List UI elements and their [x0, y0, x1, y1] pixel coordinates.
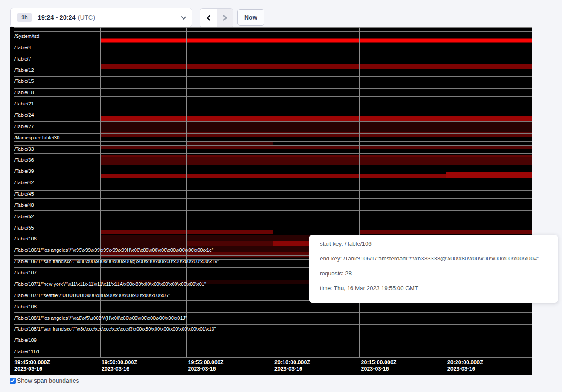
row-label: /Table/106: [14, 236, 37, 241]
row-label: /Table/4: [14, 45, 31, 50]
row-label: /Table/12: [14, 68, 34, 73]
row-label: /Table/42: [14, 180, 34, 185]
time-nav-group: [200, 8, 233, 27]
row-label: /Table/109: [14, 338, 37, 343]
heat-band: [100, 157, 532, 165]
heat-band: [100, 121, 532, 132]
key-visualizer-canvas[interactable]: /System/tsd/Table/4/Table/7/Table/12/Tab…: [10, 27, 532, 375]
row-label: /Table/52: [14, 214, 34, 219]
axis-tick: 19:50:00.000Z2023-03-16: [102, 359, 137, 372]
row-label: /Table/108/1/"los angeles"/"\xa8\xf5\u00…: [14, 315, 187, 321]
prev-range-button[interactable]: [200, 9, 217, 27]
row-label: /Table/27: [14, 124, 34, 129]
axis-tick: 19:45:00.000Z2023-03-16: [14, 359, 50, 372]
heat-band: [186, 141, 273, 145]
tooltip-end-key: end key: /Table/106/1/"amsterdam"/"\xb33…: [320, 251, 558, 266]
tooltip-requests: requests: 28: [320, 266, 558, 281]
row-label: /Table/36: [14, 157, 34, 162]
time-gridline: [359, 27, 360, 357]
axis-tick: 19:55:00.000Z2023-03-16: [188, 359, 224, 372]
chevron-left-icon: [206, 15, 212, 21]
chevron-right-icon: [221, 15, 227, 21]
toolbar: 1h 19:24 - 20:24(UTC) Now: [0, 0, 562, 27]
range-times: 19:24 - 20:24: [38, 14, 76, 21]
row-label: /Table/107: [14, 270, 37, 275]
tooltip-start-key: start key: /Table/106: [320, 237, 558, 251]
axis-tick: 20:10:00.000Z2023-03-16: [274, 359, 310, 372]
next-range-button[interactable]: [217, 9, 233, 27]
span-boundaries-checkbox[interactable]: [10, 378, 16, 384]
row-label: /Table/107/1/"seattle"/"UUUUUUD\x00\x80\…: [14, 293, 170, 298]
time-gridline: [186, 27, 187, 357]
row-label: /Table/15: [14, 78, 34, 84]
row-label: /Table/108: [14, 304, 37, 309]
axis-tick: 20:15:00.000Z2023-03-16: [361, 359, 397, 372]
row-label: /Table/107/1/"new york"/"\x11\x11\x11\x1…: [14, 281, 206, 287]
time-gridline: [273, 27, 273, 357]
row-label: /Table/33: [14, 146, 34, 152]
chevron-down-icon: [181, 14, 186, 20]
span-boundaries-label: Show span boundaries: [17, 377, 79, 384]
row-label: /Table/106/1/"los angeles"/"\x99\x99\x99…: [14, 247, 213, 253]
row-label: /Table/108/1/"san francisco"/"\x8c\xcc\x…: [14, 326, 216, 331]
row-label: /Table/55: [14, 225, 34, 230]
time-gridline: [100, 27, 101, 357]
axis-tick: 20:20:00.000Z2023-03-16: [447, 359, 483, 372]
row-label: /Table/48: [14, 203, 34, 208]
row-label: /Table/39: [14, 169, 34, 174]
heat-band: [100, 116, 532, 121]
key-visualizer-page: { "toolbar": { "range_chip": "1h", "rang…: [0, 0, 562, 392]
range-duration-chip: 1h: [17, 13, 32, 22]
time-gridline: [14, 27, 14, 357]
range-utc: (UTC): [78, 14, 95, 21]
row-label: /Table/111/1: [14, 349, 40, 354]
tooltip-time: time: Thu, 16 Mar 2023 19:55:00 GMT: [320, 281, 558, 296]
now-button[interactable]: Now: [237, 9, 264, 26]
row-label: /System/tsd: [14, 34, 39, 39]
row-label: /Table/106/1/"san francisco"/"\x80\x00\x…: [14, 259, 219, 264]
row-label: /Table/45: [14, 191, 34, 196]
time-range-dropdown[interactable]: 1h 19:24 - 20:24(UTC): [10, 8, 192, 27]
footer: Show span boundaries: [10, 377, 79, 384]
row-label: /Table/24: [14, 112, 34, 118]
row-label: /NamespaceTable/30: [14, 135, 59, 140]
hover-tooltip: start key: /Table/106 end key: /Table/10…: [309, 235, 558, 303]
row-label: /Table/21: [14, 101, 34, 106]
heat-band: [446, 172, 532, 178]
range-text: 19:24 - 20:24(UTC): [38, 14, 95, 21]
time-gridline: [446, 27, 446, 357]
row-label: /Table/7: [14, 56, 31, 61]
row-label: /Table/18: [14, 90, 34, 95]
